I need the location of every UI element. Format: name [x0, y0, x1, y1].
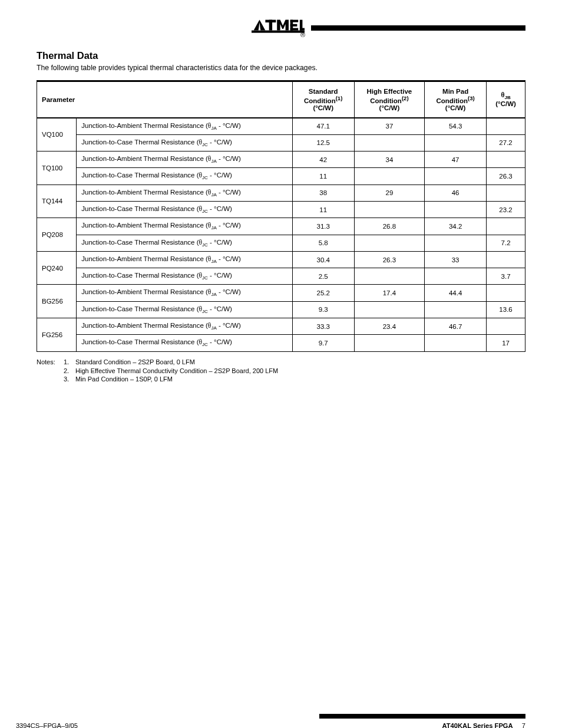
jb-cell	[487, 118, 525, 135]
std-cell: 47.1	[292, 118, 354, 135]
high-cell	[354, 134, 424, 151]
min-cell	[425, 201, 487, 218]
notes-block: Notes: 1. Standard Condition – 2S2P Boar…	[37, 358, 525, 384]
high-cell	[354, 268, 424, 285]
param-cell: Junction-to-Ambient Thermal Resistance (…	[77, 318, 292, 335]
std-cell: 2.5	[292, 268, 354, 285]
col-parameter: Parameter	[37, 81, 293, 118]
jb-cell: 27.2	[487, 134, 525, 151]
std-cell: 11	[292, 201, 354, 218]
page: ® Thermal Data The following table provi…	[0, 0, 562, 728]
col-minpad-label: Min PadCondition(3)(°C/W)	[436, 88, 474, 111]
col-parameter-label: Parameter	[42, 96, 75, 103]
jb-cell: 17	[487, 335, 525, 351]
min-cell: 46.7	[425, 318, 487, 335]
high-cell	[354, 201, 424, 218]
min-cell	[425, 268, 487, 285]
min-cell	[425, 168, 487, 185]
param-cell: Junction-to-Ambient Thermal Resistance (…	[77, 185, 292, 201]
col-standard: StandardCondition(1)(°C/W)	[292, 81, 354, 118]
std-cell: 11	[292, 168, 354, 185]
std-cell: 5.8	[292, 235, 354, 251]
jb-cell	[487, 151, 525, 168]
table-row: FG256Junction-to-Ambient Thermal Resista…	[37, 318, 525, 335]
table-row: Junction-to-Case Thermal Resistance (θJC…	[37, 201, 525, 218]
jb-cell	[487, 318, 525, 335]
registered-mark: ®	[300, 31, 305, 38]
param-cell: Junction-to-Case Thermal Resistance (θJC…	[77, 268, 292, 285]
high-cell	[354, 168, 424, 185]
table-row: VQ100Junction-to-Ambient Thermal Resista…	[37, 118, 525, 135]
high-cell: 37	[354, 118, 424, 135]
high-cell: 26.8	[354, 218, 424, 235]
param-cell: Junction-to-Case Thermal Resistance (θJC…	[77, 235, 292, 251]
pkg-cell: FG256	[37, 318, 77, 352]
section-subtitle: The following table provides typical the…	[37, 64, 525, 72]
min-cell	[425, 335, 487, 351]
jb-cell	[487, 285, 525, 301]
std-cell: 9.7	[292, 335, 354, 351]
std-cell: 31.3	[292, 218, 354, 235]
notes-lead: Notes:	[37, 358, 64, 367]
note-text-1: Standard Condition – 2S2P Board, 0 LFM	[75, 358, 525, 367]
notes-spacer-2	[37, 375, 64, 384]
jb-cell	[487, 251, 525, 268]
table-row: Junction-to-Case Thermal Resistance (θJC…	[37, 235, 525, 251]
note-num-3: 3.	[64, 375, 75, 384]
min-cell: 33	[425, 251, 487, 268]
param-cell: Junction-to-Ambient Thermal Resistance (…	[77, 218, 292, 235]
footer-page: 7	[522, 722, 525, 728]
high-cell: 17.4	[354, 285, 424, 301]
min-cell: 46	[425, 185, 487, 201]
brand-logo: ®	[251, 18, 305, 38]
param-cell: Junction-to-Case Thermal Resistance (θJC…	[77, 134, 292, 151]
svg-rect-8	[300, 28, 305, 31]
high-cell: 34	[354, 151, 424, 168]
note-num-2: 2.	[64, 367, 75, 375]
std-cell: 25.2	[292, 285, 354, 301]
jb-cell: 7.2	[487, 235, 525, 251]
jb-cell: 23.2	[487, 201, 525, 218]
param-cell: Junction-to-Case Thermal Resistance (θJC…	[77, 335, 292, 351]
pkg-cell: PQ240	[37, 251, 77, 285]
footer-docref: 3394CS–FPGA–9/05	[16, 722, 78, 728]
pkg-cell: BG256	[37, 285, 77, 318]
section-title: Thermal Data	[37, 50, 525, 61]
note-text-2: High Effective Thermal Conductivity Cond…	[75, 367, 525, 375]
col-high-label: High EffectiveCondition(2)(°C/W)	[367, 88, 412, 111]
min-cell	[425, 235, 487, 251]
table-row: Junction-to-Case Thermal Resistance (θJC…	[37, 335, 525, 351]
table-row: TQ144Junction-to-Ambient Thermal Resista…	[37, 185, 525, 201]
pkg-cell: PQ208	[37, 218, 77, 252]
std-cell: 30.4	[292, 251, 354, 268]
param-cell: Junction-to-Ambient Thermal Resistance (…	[77, 151, 292, 168]
jb-cell	[487, 218, 525, 235]
std-cell: 33.3	[292, 318, 354, 335]
min-cell: 44.4	[425, 285, 487, 301]
note-text-3: Min Pad Condition – 1S0P, 0 LFM	[75, 375, 525, 384]
table-row: Junction-to-Case Thermal Resistance (θJC…	[37, 134, 525, 151]
min-cell	[425, 301, 487, 318]
high-cell	[354, 301, 424, 318]
jb-cell: 3.7	[487, 268, 525, 285]
min-cell: 34.2	[425, 218, 487, 235]
min-cell: 54.3	[425, 118, 487, 135]
svg-rect-6	[290, 20, 293, 31]
param-cell: Junction-to-Case Thermal Resistance (θJC…	[77, 168, 292, 185]
high-cell: 29	[354, 185, 424, 201]
page-header: ®	[37, 18, 525, 38]
svg-rect-2	[269, 20, 272, 31]
col-theta-jb: θJB(°C/W)	[487, 81, 525, 118]
table-row: TQ100Junction-to-Ambient Thermal Resista…	[37, 151, 525, 168]
notes-spacer	[37, 367, 64, 375]
col-theta-jb-label: θJB(°C/W)	[495, 91, 516, 107]
pkg-cell: VQ100	[37, 118, 77, 151]
std-cell: 42	[292, 151, 354, 168]
high-cell	[354, 335, 424, 351]
col-standard-label: StandardCondition(1)(°C/W)	[304, 88, 342, 111]
col-high: High EffectiveCondition(2)(°C/W)	[354, 81, 424, 118]
table-row: PQ208Junction-to-Ambient Thermal Resista…	[37, 218, 525, 235]
header-rule	[311, 25, 525, 31]
param-cell: Junction-to-Ambient Thermal Resistance (…	[77, 118, 292, 135]
min-cell: 47	[425, 151, 487, 168]
